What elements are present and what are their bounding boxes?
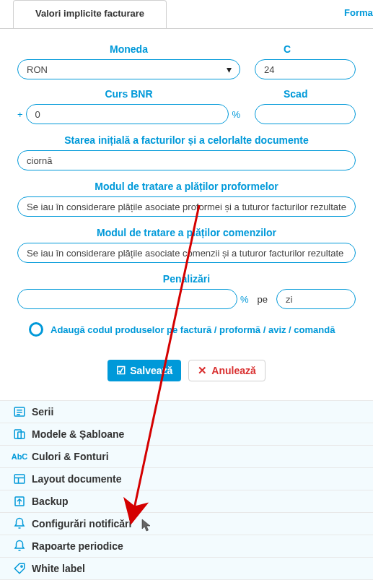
- label-cota: C: [255, 38, 356, 59]
- bell-icon: [13, 540, 26, 553]
- menu-label: Layout documente: [32, 473, 121, 485]
- settings-menu: Serii Modele & Șabloane AbC Culori & Fon…: [0, 400, 373, 580]
- penalizari-suffix: %: [240, 294, 249, 305]
- add-product-code-checkbox[interactable]: [29, 322, 43, 337]
- menu-item-culori[interactable]: AbC Culori & Fonturi: [0, 446, 373, 468]
- form-panel: Moneda RON ▾ C Curs BNR: [0, 29, 373, 400]
- menu-item-layout[interactable]: Layout documente: [0, 468, 373, 490]
- curs-prefix: +: [17, 109, 23, 120]
- select-moneda[interactable]: RON: [17, 59, 240, 79]
- input-curs[interactable]: [26, 104, 229, 124]
- menu-item-modele[interactable]: Modele & Șabloane: [0, 423, 373, 446]
- menu-label: Configurări notificări: [32, 518, 131, 529]
- tab-format[interactable]: Formatu: [338, 0, 373, 28]
- menu-label: Serii: [32, 406, 53, 418]
- add-product-code-row[interactable]: Adaugă codul produselor pe factură / pro…: [17, 309, 356, 344]
- action-buttons: ☑ Salvează ✕ Anulează: [17, 344, 356, 392]
- cancel-button-label: Anulează: [211, 365, 255, 376]
- input-cota[interactable]: [255, 59, 356, 79]
- bell-icon: [13, 517, 26, 530]
- label-moneda: Moneda: [17, 38, 240, 59]
- label-scad: Scad: [255, 82, 356, 104]
- menu-item-whitelabel[interactable]: White label: [0, 558, 373, 580]
- input-penalizari-unit[interactable]: [276, 289, 356, 309]
- abc-icon: AbC: [13, 450, 26, 463]
- svg-rect-6: [14, 475, 25, 483]
- backup-icon: [13, 495, 26, 508]
- save-button-label: Salvează: [130, 365, 172, 376]
- penalizari-pe: pe: [252, 294, 273, 305]
- app-root: Valori implicite facturare Formatu Moned…: [0, 0, 373, 580]
- input-plati-proforme[interactable]: [17, 196, 356, 217]
- close-icon: ✕: [198, 364, 207, 377]
- menu-item-serii[interactable]: Serii: [0, 401, 373, 423]
- input-penalizari-pct[interactable]: [17, 289, 237, 309]
- layout-icon: [13, 472, 26, 485]
- check-icon: ☑: [116, 364, 126, 377]
- menu-item-backup[interactable]: Backup: [0, 490, 373, 513]
- tab-billing-defaults[interactable]: Valori implicite facturare: [13, 0, 167, 28]
- label-plati-comenzi: Modul de tratare a plăților comenzilor: [17, 217, 356, 243]
- tab-bar: Valori implicite facturare Formatu: [0, 0, 373, 29]
- label-plati-proforme: Modul de tratare a plăților proformelor: [17, 170, 356, 196]
- menu-label: White label: [32, 563, 85, 574]
- cancel-button[interactable]: ✕ Anulează: [188, 360, 265, 381]
- label-penalizari: Penalizări: [17, 263, 356, 289]
- menu-label: Backup: [32, 496, 69, 507]
- svg-point-13: [21, 566, 22, 567]
- input-starea[interactable]: [17, 150, 356, 170]
- tag-icon: [13, 562, 26, 575]
- menu-item-notificari[interactable]: Configurări notificări: [0, 513, 373, 535]
- template-icon: [13, 428, 26, 441]
- input-plati-comenzi[interactable]: [17, 243, 356, 263]
- input-scad[interactable]: [255, 104, 356, 124]
- menu-label: Culori & Fonturi: [32, 451, 109, 462]
- menu-item-rapoarte[interactable]: Rapoarte periodice: [0, 535, 373, 558]
- menu-label: Modele & Șabloane: [32, 428, 124, 440]
- label-curs: Curs BNR: [17, 82, 240, 104]
- save-button[interactable]: ☑ Salvează: [107, 360, 181, 381]
- menu-label: Rapoarte periodice: [32, 540, 123, 552]
- label-starea: Starea inițială a facturilor și a celorl…: [17, 124, 356, 150]
- add-product-code-label: Adaugă codul produselor pe factură / pro…: [51, 324, 335, 335]
- list-icon: [13, 405, 26, 418]
- curs-suffix: %: [232, 109, 240, 120]
